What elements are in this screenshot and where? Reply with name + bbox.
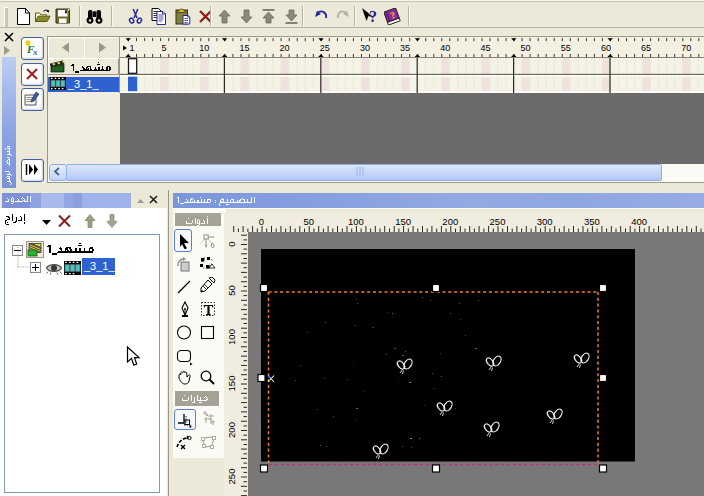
svg-text:400: 400 [631, 216, 647, 227]
svg-text:65: 65 [641, 43, 651, 53]
svg-text:40: 40 [440, 43, 450, 53]
svg-text:15: 15 [239, 43, 249, 53]
svg-text:35: 35 [400, 43, 410, 53]
svg-text:250: 250 [226, 469, 237, 485]
svg-text:0: 0 [259, 216, 264, 227]
svg-text:350: 350 [584, 216, 600, 227]
svg-text:100: 100 [226, 329, 237, 345]
svg-text:70: 70 [681, 43, 691, 53]
svg-text:?: ? [369, 8, 377, 25]
svg-text:25: 25 [320, 43, 330, 53]
svg-text:150: 150 [226, 376, 237, 392]
svg-text:100: 100 [348, 216, 364, 227]
svg-text:55: 55 [561, 43, 571, 53]
svg-text:45: 45 [480, 43, 490, 53]
svg-text:x: x [32, 47, 38, 57]
svg-text:50: 50 [521, 43, 531, 53]
svg-text:0: 0 [226, 241, 237, 246]
svg-text:50: 50 [303, 216, 314, 227]
svg-text:50: 50 [226, 285, 237, 296]
svg-text:250: 250 [490, 216, 506, 227]
svg-text:30: 30 [360, 43, 370, 53]
svg-text:300: 300 [537, 216, 553, 227]
svg-text:200: 200 [226, 422, 237, 438]
svg-text:10: 10 [199, 43, 209, 53]
svg-text:5: 5 [162, 43, 167, 53]
svg-text:60: 60 [601, 43, 611, 53]
svg-text:150: 150 [395, 216, 411, 227]
svg-text:200: 200 [442, 216, 458, 227]
svg-text:1: 1 [129, 43, 134, 53]
svg-text:20: 20 [280, 43, 290, 53]
